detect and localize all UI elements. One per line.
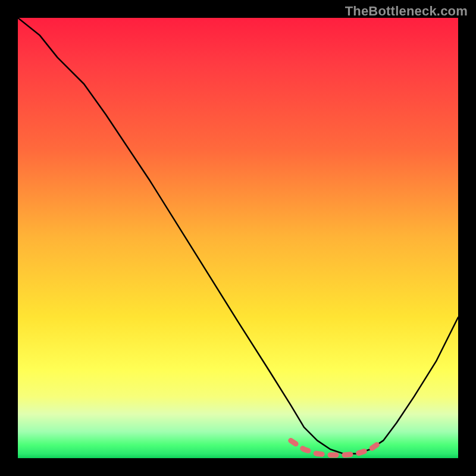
chart-svg: [18, 18, 458, 458]
chart-frame: TheBottleneck.com: [0, 0, 476, 476]
watermark-text: TheBottleneck.com: [345, 4, 468, 19]
optimum-band-path: [291, 440, 383, 455]
bottleneck-curve-path: [18, 18, 458, 454]
plot-area: [18, 18, 458, 458]
